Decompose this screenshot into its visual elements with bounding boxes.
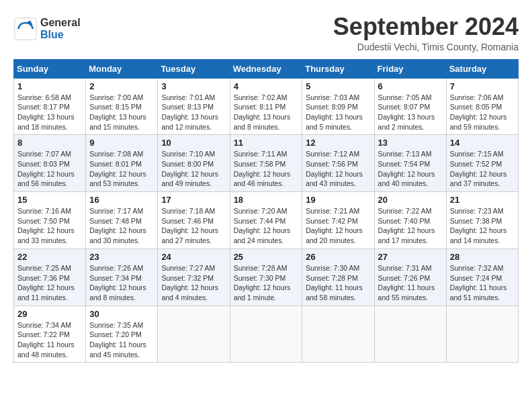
calendar-week-2: 8Sunrise: 7:07 AMSunset: 8:03 PMDaylight… (14, 135, 519, 192)
calendar-cell: 21Sunrise: 7:23 AMSunset: 7:38 PMDayligh… (446, 192, 518, 249)
day-info: Sunrise: 7:28 AMSunset: 7:30 PMDaylight:… (234, 264, 291, 302)
logo-text: General Blue (40, 17, 81, 40)
calendar-cell: 13Sunrise: 7:13 AMSunset: 7:54 PMDayligh… (374, 135, 446, 192)
day-info: Sunrise: 7:21 AMSunset: 7:42 PMDaylight:… (306, 207, 363, 244)
day-info: Sunrise: 6:58 AMSunset: 8:17 PMDaylight:… (17, 93, 75, 131)
calendar-table: Sunday Monday Tuesday Wednesday Thursday… (13, 59, 519, 363)
day-number: 15 (17, 195, 82, 205)
calendar-cell: 15Sunrise: 7:16 AMSunset: 7:50 PMDayligh… (14, 192, 86, 249)
day-info: Sunrise: 7:08 AMSunset: 8:01 PMDaylight:… (89, 150, 146, 187)
day-number: 16 (89, 195, 154, 205)
day-info: Sunrise: 7:16 AMSunset: 7:50 PMDaylight:… (17, 207, 75, 244)
day-number: 12 (306, 138, 370, 148)
location: Dudestii Vechi, Timis County, Romania (333, 42, 519, 52)
calendar-cell: 14Sunrise: 7:15 AMSunset: 7:52 PMDayligh… (446, 135, 518, 192)
logo-general: General (40, 17, 81, 29)
calendar-cell: 16Sunrise: 7:17 AMSunset: 7:48 PMDayligh… (86, 192, 158, 249)
day-number: 1 (17, 81, 82, 91)
title-section: September 2024 Dudestii Vechi, Timis Cou… (333, 13, 519, 52)
day-number: 29 (17, 309, 82, 319)
day-info: Sunrise: 7:34 AMSunset: 7:22 PMDaylight:… (17, 321, 75, 359)
day-info: Sunrise: 7:22 AMSunset: 7:40 PMDaylight:… (378, 207, 435, 244)
calendar-cell: 27Sunrise: 7:31 AMSunset: 7:26 PMDayligh… (374, 248, 446, 306)
day-info: Sunrise: 7:15 AMSunset: 7:52 PMDaylight:… (450, 150, 507, 187)
day-info: Sunrise: 7:23 AMSunset: 7:38 PMDaylight:… (450, 207, 507, 244)
day-number: 25 (234, 252, 299, 262)
day-info: Sunrise: 7:10 AMSunset: 8:00 PMDaylight:… (161, 150, 218, 187)
calendar-cell: 9Sunrise: 7:08 AMSunset: 8:01 PMDaylight… (86, 135, 158, 192)
calendar-cell: 29Sunrise: 7:34 AMSunset: 7:22 PMDayligh… (14, 306, 86, 363)
calendar-cell: 3Sunrise: 7:01 AMSunset: 8:13 PMDaylight… (158, 78, 230, 135)
calendar-cell: 4Sunrise: 7:02 AMSunset: 8:11 PMDaylight… (230, 78, 302, 135)
calendar-week-4: 22Sunrise: 7:25 AMSunset: 7:36 PMDayligh… (14, 248, 519, 306)
month-title: September 2024 (333, 13, 519, 40)
day-info: Sunrise: 7:18 AMSunset: 7:46 PMDaylight:… (161, 207, 218, 244)
day-info: Sunrise: 7:35 AMSunset: 7:20 PMDaylight:… (89, 321, 146, 359)
day-info: Sunrise: 7:03 AMSunset: 8:09 PMDaylight:… (306, 93, 363, 131)
day-number: 27 (378, 252, 443, 262)
day-info: Sunrise: 7:13 AMSunset: 7:54 PMDaylight:… (378, 150, 435, 187)
day-info: Sunrise: 7:27 AMSunset: 7:32 PMDaylight:… (161, 264, 218, 302)
calendar-cell: 19Sunrise: 7:21 AMSunset: 7:42 PMDayligh… (302, 192, 374, 249)
day-number: 6 (378, 81, 443, 91)
calendar-cell: 1Sunrise: 6:58 AMSunset: 8:17 PMDaylight… (14, 78, 86, 135)
calendar-cell: 28Sunrise: 7:32 AMSunset: 7:24 PMDayligh… (446, 248, 518, 306)
calendar-cell: 18Sunrise: 7:20 AMSunset: 7:44 PMDayligh… (230, 192, 302, 249)
day-number: 2 (89, 81, 154, 91)
calendar-cell: 23Sunrise: 7:26 AMSunset: 7:34 PMDayligh… (86, 248, 158, 306)
calendar-cell: 26Sunrise: 7:30 AMSunset: 7:28 PMDayligh… (302, 248, 374, 306)
day-info: Sunrise: 7:05 AMSunset: 8:07 PMDaylight:… (378, 93, 435, 131)
calendar-cell: 10Sunrise: 7:10 AMSunset: 8:00 PMDayligh… (158, 135, 230, 192)
calendar-cell: 8Sunrise: 7:07 AMSunset: 8:03 PMDaylight… (14, 135, 86, 192)
header-tuesday: Tuesday (158, 59, 230, 78)
page-header: General Blue September 2024 Dudestii Vec… (13, 13, 519, 52)
day-number: 7 (450, 81, 515, 91)
day-info: Sunrise: 7:02 AMSunset: 8:11 PMDaylight:… (234, 93, 291, 131)
calendar-cell: 30Sunrise: 7:35 AMSunset: 7:20 PMDayligh… (86, 306, 158, 363)
header-friday: Friday (374, 59, 446, 78)
calendar-week-1: 1Sunrise: 6:58 AMSunset: 8:17 PMDaylight… (14, 78, 519, 135)
day-number: 28 (450, 252, 515, 262)
logo: General Blue (13, 17, 81, 41)
calendar-cell: 17Sunrise: 7:18 AMSunset: 7:46 PMDayligh… (158, 192, 230, 249)
header-sunday: Sunday (14, 59, 86, 78)
logo-icon (13, 17, 38, 41)
calendar-cell: 7Sunrise: 7:06 AMSunset: 8:05 PMDaylight… (446, 78, 518, 135)
day-number: 23 (89, 252, 154, 262)
svg-rect-0 (15, 18, 36, 40)
calendar-cell: 20Sunrise: 7:22 AMSunset: 7:40 PMDayligh… (374, 192, 446, 249)
calendar-cell (374, 306, 446, 363)
day-number: 19 (306, 195, 370, 205)
day-number: 30 (89, 309, 154, 319)
day-number: 20 (378, 195, 443, 205)
header-thursday: Thursday (302, 59, 374, 78)
calendar-cell: 5Sunrise: 7:03 AMSunset: 8:09 PMDaylight… (302, 78, 374, 135)
calendar-cell (230, 306, 302, 363)
calendar-cell: 11Sunrise: 7:11 AMSunset: 7:58 PMDayligh… (230, 135, 302, 192)
header-monday: Monday (86, 59, 158, 78)
logo-blue: Blue (40, 29, 81, 41)
header-saturday: Saturday (446, 59, 518, 78)
calendar-cell: 24Sunrise: 7:27 AMSunset: 7:32 PMDayligh… (158, 248, 230, 306)
day-info: Sunrise: 7:06 AMSunset: 8:05 PMDaylight:… (450, 93, 507, 131)
day-info: Sunrise: 7:20 AMSunset: 7:44 PMDaylight:… (234, 207, 291, 244)
day-number: 8 (17, 138, 82, 148)
day-number: 22 (17, 252, 82, 262)
calendar-cell (158, 306, 230, 363)
day-number: 4 (234, 81, 299, 91)
day-info: Sunrise: 7:26 AMSunset: 7:34 PMDaylight:… (89, 264, 146, 302)
day-number: 9 (89, 138, 154, 148)
day-info: Sunrise: 7:30 AMSunset: 7:28 PMDaylight:… (306, 264, 363, 302)
day-number: 21 (450, 195, 515, 205)
calendar-cell: 6Sunrise: 7:05 AMSunset: 8:07 PMDaylight… (374, 78, 446, 135)
day-info: Sunrise: 7:00 AMSunset: 8:15 PMDaylight:… (89, 93, 146, 131)
day-number: 14 (450, 138, 515, 148)
day-info: Sunrise: 7:17 AMSunset: 7:48 PMDaylight:… (89, 207, 146, 244)
calendar-week-5: 29Sunrise: 7:34 AMSunset: 7:22 PMDayligh… (14, 306, 519, 363)
day-info: Sunrise: 7:31 AMSunset: 7:26 PMDaylight:… (378, 264, 435, 302)
day-number: 26 (306, 252, 370, 262)
day-number: 3 (161, 81, 226, 91)
calendar-cell: 2Sunrise: 7:00 AMSunset: 8:15 PMDaylight… (86, 78, 158, 135)
day-info: Sunrise: 7:25 AMSunset: 7:36 PMDaylight:… (17, 264, 75, 302)
day-number: 5 (306, 81, 370, 91)
